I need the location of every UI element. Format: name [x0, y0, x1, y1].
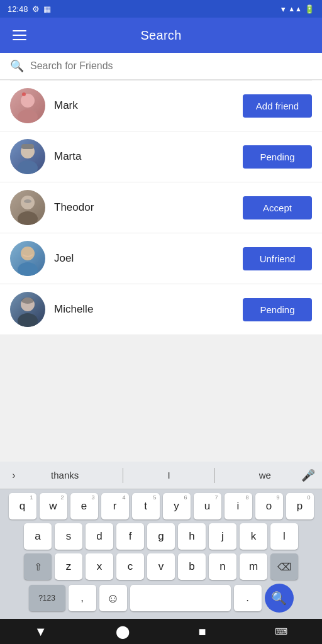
suggestion-thanks[interactable]: thanks [43, 467, 86, 483]
key-s[interactable]: s [55, 523, 82, 550]
key-h[interactable]: h [178, 523, 206, 550]
svg-point-13 [21, 297, 34, 304]
key-w[interactable]: 2w [40, 493, 67, 519]
list-item: Mark Add friend [0, 80, 322, 131]
friend-name: Marta [54, 150, 234, 163]
unfriend-button[interactable]: Unfriend [243, 247, 312, 270]
hamburger-line [13, 39, 26, 40]
key-y[interactable]: 6y [163, 493, 191, 519]
app-bar: Search [0, 18, 322, 53]
key-m[interactable]: m [240, 553, 267, 580]
suggestion-items: thanks I we [25, 467, 297, 483]
search-icon: 🔍 [10, 59, 24, 73]
hamburger-line [13, 35, 26, 36]
key-u[interactable]: 7u [194, 493, 221, 519]
svg-point-8 [24, 199, 31, 203]
key-d[interactable]: d [86, 523, 113, 550]
svg-point-10 [18, 262, 38, 276]
search-key[interactable]: 🔍 [265, 584, 294, 613]
key-row-3: ⇧ z x c v b n m ⌫ [3, 553, 319, 580]
signal-icon: ▲▲ [288, 5, 302, 13]
svg-point-4 [18, 160, 38, 174]
key-e[interactable]: 3e [70, 493, 98, 519]
key-c[interactable]: c [116, 553, 144, 580]
key-b[interactable]: b [178, 553, 206, 580]
key-row-2: a s d f g h j k l [3, 523, 319, 550]
avatar [10, 292, 45, 327]
key-n[interactable]: n [209, 553, 236, 580]
page-title: Search [29, 28, 293, 43]
suggestions-bar: › thanks I we 🎤 [0, 462, 322, 489]
backspace-key[interactable]: ⌫ [270, 553, 298, 580]
emoji-key[interactable]: ☺ [99, 585, 127, 611]
friend-name: Joel [54, 252, 234, 265]
key-rows: 1q 2w 3e 4r 5t 6y 7u 8i 9o 0p a s d f g … [0, 489, 322, 619]
key-z[interactable]: z [55, 553, 82, 580]
space-key[interactable] [130, 585, 231, 611]
key-row-4: ?123 , ☺ . 🔍 [3, 584, 319, 613]
status-right: ▾ ▲▲ 🔋 [281, 4, 314, 14]
divider [123, 468, 123, 483]
key-k[interactable]: k [240, 523, 267, 550]
suggestion-we[interactable]: we [252, 467, 279, 483]
key-l[interactable]: l [270, 523, 298, 550]
key-f[interactable]: f [116, 523, 144, 550]
key-o[interactable]: 9o [255, 493, 283, 519]
chevron-right-icon[interactable]: › [3, 464, 25, 487]
svg-point-2 [22, 92, 26, 96]
avatar [10, 190, 45, 225]
pending-button[interactable]: Pending [243, 298, 312, 321]
avatar [10, 241, 45, 276]
recents-button[interactable]: ■ [199, 625, 206, 639]
keyboard: › thanks I we 🎤 1q 2w 3e 4r 5t 6y 7u 8i … [0, 462, 322, 619]
symbols-key[interactable]: ?123 [29, 585, 65, 611]
friend-name: Michelle [54, 303, 234, 316]
key-i[interactable]: 8i [225, 493, 252, 519]
friend-list: Mark Add friend Marta Pending [0, 80, 322, 335]
status-left: 12:48 ⚙ ▦ [8, 4, 51, 14]
friend-name: Mark [54, 99, 234, 112]
accept-button[interactable]: Accept [243, 196, 312, 219]
pending-button[interactable]: Pending [243, 145, 312, 169]
time: 12:48 [8, 4, 28, 14]
svg-point-7 [18, 211, 38, 225]
key-g[interactable]: g [147, 523, 175, 550]
shift-key[interactable]: ⇧ [24, 553, 52, 580]
key-p[interactable]: 0p [286, 493, 314, 519]
friend-name: Theodor [54, 201, 234, 214]
add-friend-button[interactable]: Add friend [243, 94, 312, 118]
svg-point-12 [18, 313, 38, 327]
divider [214, 468, 215, 483]
mic-icon[interactable]: 🎤 [297, 464, 319, 487]
list-item: Theodor Accept [0, 182, 322, 233]
search-bar: 🔍 [0, 53, 322, 80]
key-t[interactable]: 5t [132, 493, 160, 519]
keyboard-button[interactable]: ⌨ [275, 626, 287, 636]
svg-point-1 [18, 109, 38, 123]
key-a[interactable]: a [24, 523, 52, 550]
list-item: Joel Unfriend [0, 233, 322, 284]
avatar [10, 88, 45, 123]
hamburger-line [13, 30, 26, 31]
home-button[interactable]: ⬤ [116, 624, 130, 639]
key-q[interactable]: 1q [9, 493, 36, 519]
svg-point-9 [21, 247, 35, 260]
search-input[interactable] [30, 60, 312, 72]
status-bar: 12:48 ⚙ ▦ ▾ ▲▲ 🔋 [0, 0, 322, 18]
menu-button[interactable] [10, 28, 29, 43]
svg-rect-5 [21, 144, 34, 149]
avatar [10, 139, 45, 174]
suggestion-i[interactable]: I [160, 467, 177, 483]
key-r[interactable]: 4r [101, 493, 129, 519]
list-item: Marta Pending [0, 131, 322, 182]
key-comma[interactable]: , [69, 585, 96, 611]
key-v[interactable]: v [147, 553, 175, 580]
wifi-icon: ▾ [281, 4, 286, 14]
key-x[interactable]: x [86, 553, 113, 580]
bottom-nav: ▼ ⬤ ■ ⌨ [0, 619, 322, 644]
settings-icon: ⚙ [32, 4, 40, 14]
key-period[interactable]: . [234, 585, 262, 611]
key-j[interactable]: j [209, 523, 236, 550]
key-row-1: 1q 2w 3e 4r 5t 6y 7u 8i 9o 0p [3, 493, 319, 519]
back-button[interactable]: ▼ [35, 625, 47, 639]
